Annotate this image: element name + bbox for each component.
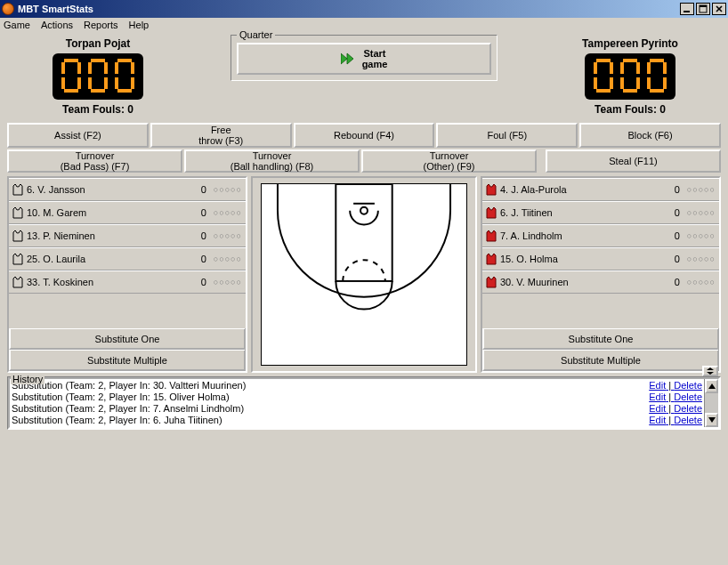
history-edit-link[interactable]: Edit xyxy=(649,380,666,391)
history-scrollbar[interactable] xyxy=(704,379,718,427)
jersey-icon xyxy=(486,206,497,219)
court-panel xyxy=(251,176,477,373)
digit-0 xyxy=(618,57,643,94)
jersey-icon xyxy=(486,230,497,242)
history-delete-link[interactable]: Delete xyxy=(674,403,702,414)
history-line: Substitution (Team: 2, Player In: 15. Ol… xyxy=(12,391,702,403)
player-points: 0 xyxy=(664,230,680,241)
foul-dots: ○○○○○ xyxy=(214,208,242,217)
quarter-legend: Quarter xyxy=(237,29,275,40)
history-edit-link[interactable]: Edit xyxy=(649,415,666,425)
away-sub-one-button[interactable]: Substitute One xyxy=(482,328,719,350)
player-row[interactable]: 10. M. Garem0○○○○○ xyxy=(9,201,246,224)
history-line: Substitution (Team: 2, Player In: 30. Va… xyxy=(12,380,702,391)
assist-button[interactable]: Assist (F2) xyxy=(7,123,149,148)
history-delete-link[interactable]: Delete xyxy=(674,391,702,402)
jersey-icon xyxy=(12,253,23,265)
player-row[interactable]: 4. J. Ala-Purola0○○○○○ xyxy=(482,178,719,201)
rebound-button[interactable]: Rebound (F4) xyxy=(294,123,435,148)
player-row[interactable]: 30. V. Muurinen0○○○○○ xyxy=(482,270,719,294)
history-collapse-button[interactable] xyxy=(702,366,718,376)
player-row[interactable]: 15. O. Holma0○○○○○ xyxy=(482,247,719,270)
player-points: 0 xyxy=(190,184,206,195)
player-name: 15. O. Holma xyxy=(500,254,660,264)
home-fouls: Team Fouls: 0 xyxy=(9,103,187,116)
digit-0 xyxy=(591,57,616,94)
history-delete-link[interactable]: Delete xyxy=(674,415,702,425)
player-name: 6. J. Tiitinen xyxy=(500,207,660,218)
player-points: 0 xyxy=(664,207,680,218)
steal-button[interactable]: Steal (F11) xyxy=(546,149,721,173)
digit-0 xyxy=(644,57,669,94)
player-name: 13. P. Nieminen xyxy=(27,230,187,241)
home-team-block: Torpan Pojat Team Fouls: 0 xyxy=(9,37,187,116)
block-button[interactable]: Block (F6) xyxy=(579,123,721,148)
start-game-button[interactable]: Startgame xyxy=(237,43,491,75)
home-team-name: Torpan Pojat xyxy=(9,37,187,50)
minimize-button[interactable] xyxy=(680,3,694,15)
home-roster: 6. V. Jansson0○○○○○10. M. Garem0○○○○○13.… xyxy=(7,176,247,373)
play-icon xyxy=(341,52,357,65)
foul-dots: ○○○○○ xyxy=(687,254,716,263)
start-game-label: Startgame xyxy=(362,48,388,69)
away-sub-multi-button[interactable]: Substitute Multiple xyxy=(482,350,719,371)
history-edit-link[interactable]: Edit xyxy=(649,391,666,402)
player-name: 10. M. Garem xyxy=(27,207,187,218)
player-row[interactable]: 7. A. Lindholm0○○○○○ xyxy=(482,224,719,247)
svg-marker-11 xyxy=(707,367,714,370)
maximize-button[interactable] xyxy=(696,3,710,15)
turnover-other-button[interactable]: Turnover(Other) (F9) xyxy=(361,149,537,173)
turnover-ballhandling-button[interactable]: Turnover(Ball handling) (F8) xyxy=(184,149,360,173)
foul-dots: ○○○○○ xyxy=(687,185,716,194)
player-name: 4. J. Ala-Purola xyxy=(500,184,660,195)
jersey-icon xyxy=(486,183,497,196)
player-points: 0 xyxy=(190,207,206,218)
player-points: 0 xyxy=(664,254,680,264)
court-diagram[interactable] xyxy=(261,183,467,366)
menu-help[interactable]: Help xyxy=(129,20,150,30)
player-points: 0 xyxy=(664,184,680,195)
titlebar: MBT SmartStats xyxy=(0,0,728,18)
home-sub-multi-button[interactable]: Substitute Multiple xyxy=(9,350,246,371)
jersey-icon xyxy=(486,276,497,288)
scroll-down-icon[interactable] xyxy=(705,413,718,427)
player-row[interactable]: 33. T. Koskinen0○○○○○ xyxy=(9,270,246,294)
player-row[interactable]: 13. P. Nieminen0○○○○○ xyxy=(9,224,246,247)
home-sub-one-button[interactable]: Substitute One xyxy=(9,328,246,350)
foul-dots: ○○○○○ xyxy=(687,208,716,217)
svg-rect-7 xyxy=(262,184,466,365)
history-text: Substitution (Team: 2, Player In: 30. Va… xyxy=(12,380,246,391)
middle-row: 6. V. Jansson0○○○○○10. M. Garem0○○○○○13.… xyxy=(4,174,724,375)
player-row[interactable]: 6. V. Jansson0○○○○○ xyxy=(9,178,246,201)
quarter-group: Quarter Startgame xyxy=(231,35,497,81)
player-points: 0 xyxy=(190,277,206,287)
scroll-up-icon[interactable] xyxy=(705,379,718,393)
history-line: Substitution (Team: 2, Player In: 6. Juh… xyxy=(12,415,702,426)
action-row-1: Assist (F2) Freethrow (F3) Rebound (F4) … xyxy=(4,123,724,148)
jersey-icon xyxy=(486,253,497,265)
player-name: 30. V. Muurinen xyxy=(500,277,660,287)
svg-marker-12 xyxy=(707,372,714,375)
score-row: Torpan Pojat Team Fouls: 0 Quarter Start… xyxy=(4,36,724,123)
player-name: 7. A. Lindholm xyxy=(500,230,660,241)
player-row[interactable]: 6. J. Tiitinen0○○○○○ xyxy=(482,201,719,224)
player-points: 0 xyxy=(190,230,206,241)
foul-button[interactable]: Foul (F5) xyxy=(436,123,578,148)
history-edit-link[interactable]: Edit xyxy=(649,403,666,414)
digit-0 xyxy=(85,57,110,94)
away-team-name: Tampereen Pyrinto xyxy=(541,37,719,50)
away-fouls: Team Fouls: 0 xyxy=(541,103,719,116)
foul-dots: ○○○○○ xyxy=(214,231,242,240)
turnover-badpass-button[interactable]: Turnover(Bad Pass) (F7) xyxy=(7,149,182,173)
away-score-display xyxy=(585,53,675,100)
close-button[interactable] xyxy=(712,3,726,15)
history-delete-link[interactable]: Delete xyxy=(674,380,702,391)
menu-game[interactable]: Game xyxy=(4,20,30,30)
foul-dots: ○○○○○ xyxy=(687,278,716,287)
jersey-icon xyxy=(12,276,23,288)
menu-reports[interactable]: Reports xyxy=(84,20,118,30)
menu-actions[interactable]: Actions xyxy=(41,20,73,30)
player-name: 33. T. Koskinen xyxy=(27,277,187,287)
player-row[interactable]: 25. O. Laurila0○○○○○ xyxy=(9,247,246,270)
freethrow-button[interactable]: Freethrow (F3) xyxy=(150,123,292,148)
